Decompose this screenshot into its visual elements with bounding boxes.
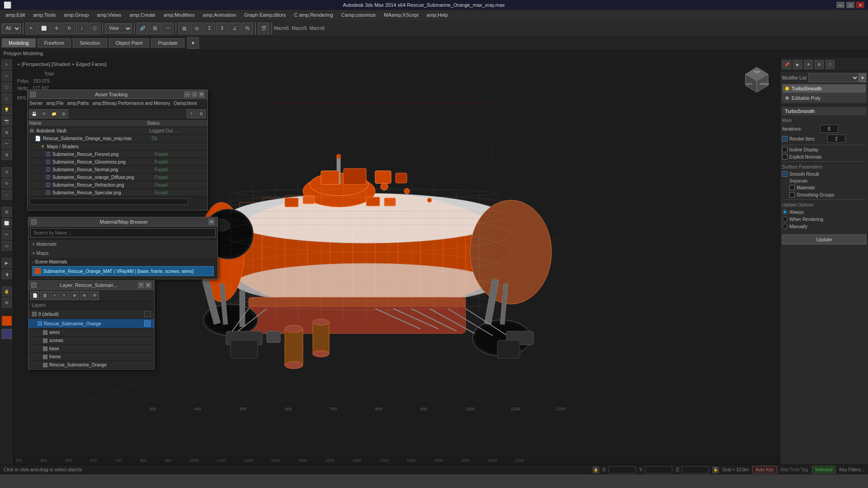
mb-search-input[interactable] [30, 228, 216, 237]
left-icon-create[interactable]: + [2, 71, 12, 81]
at-row-main-file[interactable]: 📄 Rescue_Submarine_Orange_max_vray.max O… [28, 135, 208, 143]
at-maximize-button[interactable]: □ [191, 91, 198, 98]
percent-snap-btn[interactable]: % [241, 23, 253, 34]
ts-update-button[interactable]: Update [782, 235, 866, 244]
at-folder-btn[interactable]: 📁 [49, 109, 58, 118]
shading-swatch[interactable] [2, 329, 12, 339]
menu-modifiers[interactable]: amp;Modifiers [160, 11, 198, 19]
2d-snap-btn[interactable]: 2 [203, 23, 215, 34]
3d-snap-btn[interactable]: 3 [216, 23, 228, 34]
select-all-dropdown[interactable]: All [2, 23, 21, 33]
left-icon-activeshade[interactable]: ◑ [2, 269, 12, 279]
ts-materials-checkbox[interactable] [789, 185, 795, 190]
ld-close-button[interactable]: ✕ [145, 282, 151, 288]
mb-maps-section[interactable]: + Maps [28, 249, 217, 258]
maximize-button[interactable]: □ [846, 2, 854, 8]
material-browser-titlebar[interactable]: Material/Map Browser ✕ [28, 217, 217, 226]
menu-views[interactable]: amp;Views [94, 11, 125, 19]
ld-row-wires[interactable]: wires [28, 328, 154, 337]
viewport-color-swatch[interactable] [2, 316, 12, 326]
tab-selection[interactable]: Selection [73, 38, 107, 47]
ld-highlight-btn[interactable]: ★ [70, 291, 79, 300]
left-icon-lights[interactable]: 💡 [2, 105, 12, 115]
menu-edit[interactable]: amp;Edit [2, 11, 28, 19]
ts-always-radio[interactable] [782, 209, 788, 215]
ld-select-btn[interactable]: ↖ [60, 291, 69, 300]
ld-hide-btn[interactable]: 👁 [90, 291, 99, 300]
close-button[interactable]: ✕ [856, 2, 864, 8]
mb-scene-materials-label[interactable]: - Scene Materials [32, 259, 214, 264]
bind-btn[interactable]: 〰 [162, 23, 174, 34]
ld-add-to-layer-btn[interactable]: + [50, 291, 59, 300]
at-row-vault[interactable]: 🏛 Autodesk Vault Logged Out ... [28, 127, 208, 135]
mb-mat-item-submarine[interactable]: Submarine_Rescue_Orange_MAT ( VRayMtl ) … [32, 266, 214, 276]
left-icon-select[interactable]: ↖ [2, 60, 12, 70]
left-icon-shapes[interactable]: ◇ [2, 94, 12, 103]
ld-delete-layer-btn[interactable]: 🗑 [40, 291, 49, 300]
at-help-btn[interactable]: ? [187, 109, 196, 118]
view-dropdown[interactable]: View [105, 23, 132, 33]
stack-item-editable-poly[interactable]: Editable Poly [782, 94, 866, 103]
ld-freeze-btn[interactable]: ❄ [80, 291, 89, 300]
rp-modify-icon[interactable]: ⬡ [826, 60, 835, 69]
grid-lock-icon[interactable]: 🔓 [712, 467, 719, 473]
y-input[interactable] [645, 466, 672, 474]
mb-close-button[interactable]: ✕ [208, 219, 215, 225]
at-row-maps-folder[interactable]: ▼ Maps / Shaders [28, 143, 208, 150]
rp-motion-icon[interactable]: ▶ [793, 60, 802, 69]
ts-smoothing-groups-checkbox[interactable] [789, 192, 795, 197]
ld-help-button[interactable]: ? [138, 282, 144, 288]
menu-create[interactable]: amp;Create [126, 11, 159, 19]
at-menu-server[interactable]: Server [29, 101, 42, 106]
populate-options[interactable]: ▼ [187, 37, 199, 49]
left-icon-spacewarps[interactable]: 〜 [2, 139, 12, 149]
left-icon-geom[interactable]: ⬡ [2, 82, 12, 92]
x-input[interactable] [609, 466, 636, 474]
at-menu-paths[interactable]: amp;Paths [67, 101, 89, 106]
link-btn[interactable]: 🔗 [137, 23, 148, 34]
rp-display-icon[interactable]: 👁 [804, 60, 813, 69]
tab-freeform[interactable]: Freeform [38, 38, 71, 47]
menu-animation[interactable]: amp;Animation [199, 11, 240, 19]
rp-utility-icon[interactable]: ⚙ [815, 60, 824, 69]
ld-row-screws[interactable]: screws [28, 337, 154, 345]
select-region-btn[interactable]: ⬜ [38, 23, 50, 34]
angle-snap-btn[interactable]: ∠ [229, 23, 241, 34]
at-menu-file[interactable]: amp;File [46, 101, 63, 106]
ld-new-layer-btn[interactable]: 📄 [30, 291, 39, 300]
minimize-button[interactable]: — [836, 2, 844, 8]
isolate-btn[interactable]: ◎ [191, 23, 203, 34]
move-btn[interactable]: ✛ [51, 23, 62, 34]
left-icon-helpers[interactable]: ⊕ [2, 127, 12, 137]
left-icon-move[interactable]: ✛ [2, 167, 12, 177]
menu-customize[interactable]: Camp;ustomize [338, 11, 379, 19]
select-btn[interactable]: ↖ [25, 23, 37, 34]
asset-tracking-titlebar[interactable]: Asset Tracking — □ ✕ [28, 90, 208, 99]
ts-manually-radio[interactable] [782, 224, 788, 229]
ts-isoline-checkbox[interactable] [782, 147, 788, 152]
left-icon-render[interactable]: ▶ [2, 258, 12, 268]
at-row-normal[interactable]: 🖼 Submarine_Rescue_Normal.png Found [28, 166, 208, 174]
scale-btn[interactable]: ↕ [76, 23, 88, 34]
at-minimize-button[interactable]: — [184, 91, 190, 98]
left-icon-grid[interactable]: ⊞ [2, 298, 12, 308]
left-icon-curve[interactable]: 〜 [2, 230, 12, 239]
modifier-dropdown[interactable] [808, 73, 859, 82]
ld-row-frame[interactable]: frame [28, 353, 154, 361]
ts-render-iters-checkbox[interactable]: ✓ [782, 136, 788, 141]
menu-graph[interactable]: Graph Eamp;ditors [241, 11, 289, 19]
layers-btn[interactable]: ▥ [178, 23, 190, 34]
left-icon-scale[interactable]: ↕ [2, 190, 12, 200]
left-icon-snaps[interactable]: 🔒 [2, 286, 12, 296]
menu-rendering[interactable]: C amp;Rendering [290, 11, 336, 19]
rotate-btn[interactable]: ↻ [63, 23, 75, 34]
tab-objectpaint[interactable]: Object Paint [109, 38, 150, 47]
ld-row-rescue-sub[interactable]: Rescue_Submarine_Orange [28, 319, 154, 328]
render-btn[interactable]: 🎬 [258, 23, 269, 34]
left-icon-schematic[interactable]: ⚏ [2, 241, 12, 251]
at-menu-bitmap[interactable]: amp;Bitmap Performance and Memory [93, 101, 170, 106]
menu-help[interactable]: amp;Help [423, 11, 452, 19]
selection-filter[interactable]: Selected [812, 466, 836, 474]
left-icon-camera[interactable]: 📷 [2, 116, 12, 126]
layer-dialog-titlebar[interactable]: Layer: Rescue_Submari... ? ✕ [28, 281, 154, 290]
